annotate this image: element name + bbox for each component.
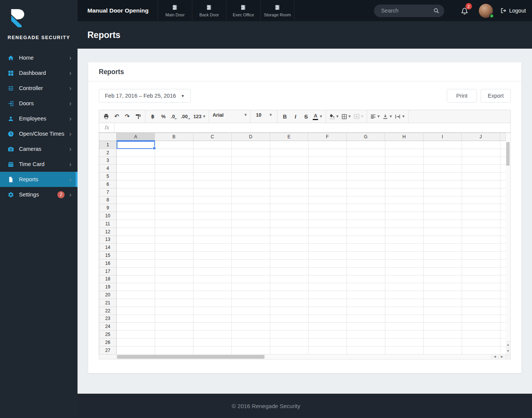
grid-cell-e26[interactable] xyxy=(270,339,309,347)
grid-cell-i27[interactable] xyxy=(424,347,462,355)
grid-cell-e15[interactable] xyxy=(270,252,309,260)
grid-cell-h25[interactable] xyxy=(385,331,424,339)
grid-cell-j14[interactable] xyxy=(462,244,500,252)
more-formats-button[interactable]: 123▼ xyxy=(192,112,207,121)
sidebar-item-home[interactable]: Home › xyxy=(0,50,78,65)
increase-decimal-button[interactable]: .00→ xyxy=(180,112,192,121)
grid-cell-e19[interactable] xyxy=(270,283,309,291)
grid-cell-g7[interactable] xyxy=(347,188,385,196)
grid-cell-b5[interactable] xyxy=(155,173,193,180)
grid-cell-b20[interactable] xyxy=(155,291,193,299)
grid-cell-h26[interactable] xyxy=(385,339,424,347)
grid-cell-c21[interactable] xyxy=(193,299,232,307)
grid-cell-b23[interactable] xyxy=(155,315,193,323)
grid-cell-b9[interactable] xyxy=(155,204,193,212)
grid-cell-c9[interactable] xyxy=(193,204,232,212)
grid-cell-a6[interactable] xyxy=(117,180,155,188)
grid-cell-g16[interactable] xyxy=(347,260,385,268)
grid-cell-j8[interactable] xyxy=(462,196,500,204)
grid-cell-f3[interactable] xyxy=(309,157,347,165)
grid-cell-j21[interactable] xyxy=(462,299,500,307)
export-button[interactable]: Export xyxy=(481,89,511,103)
grid-cell-e25[interactable] xyxy=(270,331,309,339)
borders-button[interactable]: ▼ xyxy=(340,112,352,121)
grid-cell-i7[interactable] xyxy=(424,188,462,196)
grid-cell-h18[interactable] xyxy=(385,276,424,283)
grid-cell-h17[interactable] xyxy=(385,268,424,276)
grid-cell-g27[interactable] xyxy=(347,347,385,355)
grid-cell-i17[interactable] xyxy=(424,268,462,276)
notifications-button[interactable]: 2 xyxy=(460,6,469,15)
grid-cell-h12[interactable] xyxy=(385,228,424,236)
fill-color-button[interactable]: ▼ xyxy=(328,112,340,121)
grid-cell-h9[interactable] xyxy=(385,204,424,212)
sidebar-item-doors[interactable]: Doors › xyxy=(0,96,78,111)
grid-cell-b8[interactable] xyxy=(155,196,193,204)
grid-cell-d9[interactable] xyxy=(232,204,270,212)
grid-cell-j10[interactable] xyxy=(462,212,500,220)
grid-cell-j17[interactable] xyxy=(462,268,500,276)
grid-cell-c3[interactable] xyxy=(193,157,232,165)
grid-cell-b24[interactable] xyxy=(155,323,193,331)
door-shortcut-back-door[interactable]: Back Door xyxy=(192,0,226,21)
percent-format-button[interactable]: % xyxy=(158,112,168,121)
grid-cell-a1[interactable] xyxy=(117,141,155,149)
print-sheet-button[interactable] xyxy=(101,112,111,121)
grid-cell-e12[interactable] xyxy=(270,228,309,236)
avatar[interactable] xyxy=(479,4,493,18)
grid-cell-h27[interactable] xyxy=(385,347,424,355)
grid-cell-b13[interactable] xyxy=(155,236,193,244)
grid-cell-i24[interactable] xyxy=(424,323,462,331)
grid-cell-d14[interactable] xyxy=(232,244,270,252)
grid-cell-c19[interactable] xyxy=(193,283,232,291)
grid-cell-g23[interactable] xyxy=(347,315,385,323)
currency-format-button[interactable]: ฿ xyxy=(148,112,158,121)
door-shortcut-storage-room[interactable]: Storage Room xyxy=(260,0,294,21)
grid-cell-h19[interactable] xyxy=(385,283,424,291)
grid-cell-c17[interactable] xyxy=(193,268,232,276)
grid-cell-c7[interactable] xyxy=(193,188,232,196)
grid-cell-b1[interactable] xyxy=(155,141,193,149)
grid-cell-h20[interactable] xyxy=(385,291,424,299)
grid-cell-i5[interactable] xyxy=(424,173,462,180)
grid-cell-e2[interactable] xyxy=(270,149,309,157)
grid-cell-j12[interactable] xyxy=(462,228,500,236)
grid-cell-g10[interactable] xyxy=(347,212,385,220)
grid-cell-j4[interactable] xyxy=(462,165,500,173)
grid-cell-f16[interactable] xyxy=(309,260,347,268)
grid-cell-e22[interactable] xyxy=(270,307,309,315)
grid-cell-j9[interactable] xyxy=(462,204,500,212)
grid-cell-e6[interactable] xyxy=(270,180,309,188)
row-header-6[interactable]: 6 xyxy=(99,180,117,188)
grid-cell-g15[interactable] xyxy=(347,252,385,260)
grid-cell-h11[interactable] xyxy=(385,220,424,228)
search-input[interactable] xyxy=(380,7,434,14)
grid-cell-b18[interactable] xyxy=(155,276,193,283)
grid-cell-i9[interactable] xyxy=(424,204,462,212)
column-header-f[interactable]: F xyxy=(308,133,347,141)
grid-cell-h14[interactable] xyxy=(385,244,424,252)
grid-cell-e23[interactable] xyxy=(270,315,309,323)
grid-cell-c2[interactable] xyxy=(193,149,232,157)
grid-cell-j22[interactable] xyxy=(462,307,500,315)
formula-input[interactable] xyxy=(114,123,510,132)
grid-cell-i18[interactable] xyxy=(424,276,462,283)
column-header-b[interactable]: B xyxy=(155,133,193,141)
grid-cell-i10[interactable] xyxy=(424,212,462,220)
grid-cell-d11[interactable] xyxy=(232,220,270,228)
grid-cell-h16[interactable] xyxy=(385,260,424,268)
grid-cell-h21[interactable] xyxy=(385,299,424,307)
grid-cell-h23[interactable] xyxy=(385,315,424,323)
grid-cell-f19[interactable] xyxy=(309,283,347,291)
grid-cell-a9[interactable] xyxy=(117,204,155,212)
grid-cell-f17[interactable] xyxy=(309,268,347,276)
grid-cell-f12[interactable] xyxy=(309,228,347,236)
grid-cell-i12[interactable] xyxy=(424,228,462,236)
grid-cell-f4[interactable] xyxy=(309,165,347,173)
grid-cell-i13[interactable] xyxy=(424,236,462,244)
grid-cell-f21[interactable] xyxy=(309,299,347,307)
grid-cell-f7[interactable] xyxy=(309,188,347,196)
row-header-13[interactable]: 13 xyxy=(99,236,117,244)
grid-cell-a21[interactable] xyxy=(117,299,155,307)
row-header-10[interactable]: 10 xyxy=(99,212,117,220)
